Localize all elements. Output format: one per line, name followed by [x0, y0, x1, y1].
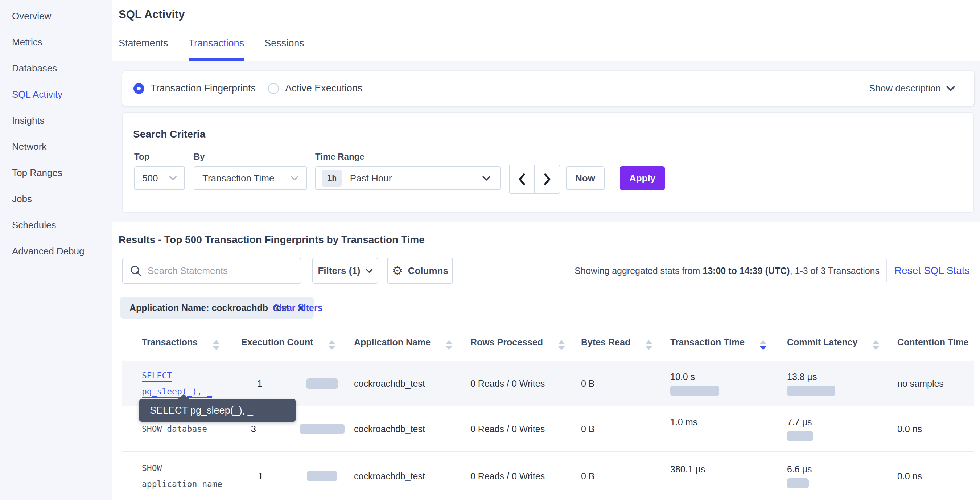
search-criteria-title: Search Criteria: [133, 129, 205, 140]
clear-filters-link[interactable]: Clear filters: [273, 297, 323, 318]
top-select-value: 500: [142, 173, 158, 184]
time-range-value: Past Hour: [350, 173, 392, 184]
sidebar-item-top-ranges[interactable]: Top Ranges: [0, 160, 113, 186]
search-criteria-card: Search Criteria Top By Time Range 500 Tr…: [122, 113, 974, 213]
radio-unselected-icon[interactable]: [268, 83, 279, 94]
filters-button[interactable]: Filters (1): [312, 258, 378, 284]
contention-time-cell: 0.0 ns: [897, 471, 974, 481]
sort-icon[interactable]: [646, 340, 652, 350]
sort-icon[interactable]: [558, 340, 565, 350]
transaction-link[interactable]: SHOW: [142, 460, 162, 476]
sidebar-item-advanced-debug[interactable]: Advanced Debug: [0, 238, 113, 264]
execution-count-bar: [300, 424, 345, 434]
application-name-cell: cockroachdb_test: [354, 471, 471, 481]
column-header-rows-processed[interactable]: Rows Processed: [471, 331, 581, 361]
table-row[interactable]: SHOW application_name 1 cockroachdb_test…: [122, 452, 974, 500]
columns-button[interactable]: ⚙ Columns: [387, 258, 453, 284]
tooltip-caret: [177, 395, 190, 400]
sidebar-item-insights[interactable]: Insights: [0, 107, 113, 134]
sidebar-item-databases[interactable]: Databases: [0, 55, 113, 81]
column-header-commit-latency[interactable]: Commit Latency: [787, 331, 897, 361]
chevron-left-icon: [517, 173, 527, 185]
top-select[interactable]: 500: [134, 166, 185, 190]
sidebar-item-metrics[interactable]: Metrics: [0, 29, 113, 55]
now-button[interactable]: Now: [566, 166, 605, 190]
sidebar-item-sql-activity[interactable]: SQL Activity: [0, 81, 113, 107]
sort-icon[interactable]: [873, 340, 879, 350]
search-statements-input[interactable]: [148, 265, 294, 277]
sql-activity-page: Overview Metrics Databases SQL Activity …: [0, 0, 980, 500]
commit-latency-cell: 6.6 µs: [787, 464, 897, 488]
chevron-right-icon: [542, 173, 552, 185]
view-mode-card: Transaction Fingerprints Active Executio…: [122, 71, 974, 106]
stats-divider: [886, 259, 887, 282]
bytes-read-cell: 0 B: [581, 471, 670, 481]
bytes-read-cell: 0 B: [581, 379, 670, 389]
column-header-execution-count[interactable]: Execution Count: [241, 331, 354, 361]
radio-transaction-fingerprints[interactable]: Transaction Fingerprints: [134, 83, 256, 94]
commit-latency-cell: 13.8 µs: [787, 371, 897, 396]
reset-sql-stats-link[interactable]: Reset SQL Stats: [894, 258, 970, 284]
transaction-fingerprint-cell: SHOW application_name: [142, 460, 241, 492]
transaction-link[interactable]: SELECT: [142, 368, 172, 384]
sort-icon[interactable]: [329, 340, 335, 350]
chevron-down-icon: [946, 86, 955, 91]
column-header-application-name[interactable]: Application Name: [354, 331, 471, 361]
stats-time-range: 13:00 to 14:39 (UTC): [703, 266, 789, 276]
sidebar-item-schedules[interactable]: Schedules: [0, 212, 113, 238]
time-window-stepper: [509, 165, 560, 194]
by-label: By: [194, 152, 205, 162]
radio-active-executions[interactable]: Active Executions: [268, 83, 362, 94]
stats-suffix: , 1-3 of 3 Transactions: [790, 266, 880, 276]
statement-tooltip: SELECT pg_sleep(_), _: [139, 399, 296, 422]
column-header-contention-time[interactable]: Contention Time: [897, 331, 974, 361]
stats-prefix: Showing aggregated stats from: [574, 266, 703, 276]
chevron-down-icon: [482, 176, 491, 181]
tab-transactions[interactable]: Transactions: [189, 38, 245, 61]
column-header-transaction-time[interactable]: Transaction Time: [670, 331, 787, 361]
chevron-down-icon: [291, 176, 299, 181]
chevron-down-icon: [366, 269, 373, 273]
columns-button-label: Columns: [408, 265, 448, 277]
gear-icon: ⚙: [392, 264, 402, 277]
transaction-time-cell: 1.0 ms: [670, 417, 787, 441]
transaction-link[interactable]: application_name: [142, 476, 222, 492]
tab-sessions[interactable]: Sessions: [264, 38, 304, 61]
radio-selected-icon[interactable]: [134, 83, 144, 94]
sort-icon[interactable]: [213, 340, 220, 350]
previous-time-window-button[interactable]: [509, 166, 535, 193]
commit-latency-bar: [787, 386, 835, 396]
search-statements-box: [122, 258, 301, 284]
commit-latency-cell: 7.7 µs: [787, 417, 897, 441]
sidebar-item-overview[interactable]: Overview: [0, 3, 113, 29]
time-range-select[interactable]: 1h Past Hour: [315, 166, 501, 190]
contention-time-cell: 0.0 ns: [897, 424, 974, 434]
radio-label: Transaction Fingerprints: [151, 83, 256, 94]
aggregated-stats-text: Showing aggregated stats from 13:00 to 1…: [593, 258, 880, 284]
sort-icon[interactable]: [446, 340, 452, 350]
contention-time-cell: no samples: [897, 379, 974, 389]
sidebar: Overview Metrics Databases SQL Activity …: [0, 0, 113, 500]
sidebar-item-network[interactable]: Network: [0, 134, 113, 160]
top-label: Top: [134, 152, 150, 162]
show-description-toggle[interactable]: Show description: [869, 83, 955, 94]
rows-processed-cell: 0 Reads / 0 Writes: [471, 471, 581, 481]
column-header-transactions[interactable]: Transactions: [142, 331, 241, 361]
transaction-fingerprint-cell: SELECT pg_sleep(_), _: [142, 368, 241, 400]
tab-statements[interactable]: Statements: [119, 38, 168, 61]
column-header-bytes-read[interactable]: Bytes Read: [581, 331, 670, 361]
transaction-link[interactable]: SHOW database: [142, 421, 207, 437]
transaction-time-cell: 10.0 s: [670, 371, 787, 396]
commit-latency-bar: [787, 431, 813, 441]
table-header-row: Transactions Execution Count Application…: [122, 331, 974, 361]
apply-button[interactable]: Apply: [620, 166, 665, 190]
execution-count-bar: [306, 379, 338, 389]
by-select[interactable]: Transaction Time: [194, 166, 307, 190]
execution-count-cell: 1: [241, 378, 354, 389]
next-time-window-button[interactable]: [535, 166, 560, 193]
execution-count-cell: 1: [241, 471, 354, 482]
search-icon: [129, 264, 142, 277]
transaction-time-cell: 380.1 µs: [670, 464, 787, 488]
sort-icon-active-desc[interactable]: [760, 340, 766, 350]
sidebar-item-jobs[interactable]: Jobs: [0, 186, 113, 212]
